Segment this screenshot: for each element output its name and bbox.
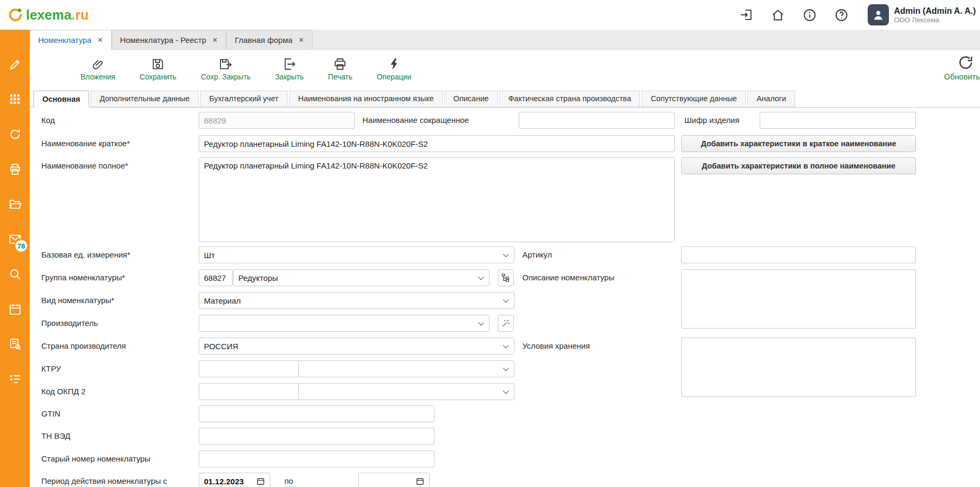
- lexema-logo: lexema.ru: [7, 7, 89, 23]
- subtab-strana-proizvodstva[interactable]: Фактическая страна производства: [500, 91, 640, 107]
- group-select[interactable]: Редукторы: [233, 269, 489, 286]
- form-toolbar: Вложения Сохранить Сохр. Закрыть: [30, 50, 980, 88]
- main-form: Код Наименование сокращенное Шифр издели…: [30, 108, 980, 487]
- period-from-value: 01.12.2023: [204, 477, 244, 486]
- save-close-button[interactable]: Сохр. Закрыть: [201, 57, 251, 81]
- chevron-down-icon: [503, 342, 509, 348]
- subtab-osnovnaya[interactable]: Основная: [33, 91, 89, 108]
- toolbar-label: Сохр. Закрыть: [201, 73, 251, 81]
- old-number-input[interactable]: [199, 450, 434, 467]
- close-icon[interactable]: ✕: [97, 36, 103, 44]
- chevron-down-icon: [478, 320, 484, 325]
- base-unit-select[interactable]: Шт: [199, 246, 514, 263]
- storage-textarea[interactable]: [681, 338, 916, 397]
- print-icon: [333, 57, 347, 71]
- toolbar-label: Вложения: [81, 73, 115, 81]
- period-from-date[interactable]: 01.12.2023: [199, 473, 270, 487]
- lightning-icon: [387, 57, 401, 71]
- article-input[interactable]: [681, 246, 916, 263]
- print-queue-icon[interactable]: [8, 162, 22, 176]
- close-icon[interactable]: ✕: [212, 36, 218, 44]
- window-exit-icon[interactable]: [738, 7, 754, 23]
- sync-icon[interactable]: [8, 127, 22, 141]
- toolbar-label: Сохранить: [140, 73, 177, 81]
- avatar: [868, 4, 889, 25]
- subtab-soputstvuyushchie[interactable]: Сопутствующие данные: [642, 91, 746, 107]
- code-label: Код: [41, 112, 55, 129]
- manufacturer-select[interactable]: [199, 315, 489, 332]
- home-icon[interactable]: [770, 7, 786, 23]
- user-menu[interactable]: Admin (Admin A. A.) ООО Лексема: [868, 4, 976, 25]
- mail-icon[interactable]: 78: [8, 232, 22, 246]
- article-label: Артикул: [522, 246, 552, 263]
- refresh-button[interactable]: Обновить: [944, 55, 980, 81]
- chevron-down-icon: [478, 274, 484, 280]
- gtin-input[interactable]: [199, 405, 434, 422]
- add-characteristics-short-button[interactable]: Добавить характеристики в краткое наимен…: [681, 135, 916, 152]
- group-code-input[interactable]: [199, 269, 233, 286]
- tab-glavnaya-forma[interactable]: Главная форма ✕: [226, 30, 313, 49]
- tree-icon: [501, 273, 511, 282]
- name-short-input[interactable]: [199, 135, 675, 152]
- print-button[interactable]: Печать: [328, 57, 352, 81]
- save-close-icon: [219, 57, 233, 71]
- ktru-select[interactable]: [298, 360, 514, 377]
- magic-wand-icon: [501, 318, 511, 328]
- mail-badge: 78: [14, 239, 28, 253]
- description-textarea[interactable]: [681, 269, 916, 329]
- calendar-icon[interactable]: [416, 477, 424, 485]
- close-icon[interactable]: ✕: [298, 36, 304, 44]
- search-icon[interactable]: [8, 267, 22, 281]
- kind-label: Вид номенклатуры*: [41, 292, 114, 309]
- info-icon[interactable]: [802, 7, 818, 23]
- toolbar-label: Закрыть: [275, 73, 304, 81]
- chevron-down-icon: [503, 297, 509, 303]
- tab-label: Номенклатура: [38, 36, 92, 45]
- period-to-date[interactable]: [358, 473, 430, 487]
- okpd2-code-input[interactable]: [199, 383, 299, 400]
- subtab-opisanie[interactable]: Описание: [444, 91, 498, 107]
- code-input: [199, 112, 355, 129]
- name-full-textarea[interactable]: [199, 157, 675, 242]
- save-button[interactable]: Сохранить: [140, 57, 177, 81]
- calendar-icon[interactable]: [256, 477, 265, 485]
- manufacturer-wizard-button[interactable]: [498, 315, 514, 332]
- lexema-logo-icon: [7, 7, 23, 23]
- tab-nomenclatura-reestr[interactable]: Номенклатура - Реестр ✕: [112, 30, 227, 49]
- cipher-input[interactable]: [760, 112, 916, 129]
- okpd2-select[interactable]: [298, 383, 514, 400]
- subtab-dopolnitelnye[interactable]: Дополнительные данные: [91, 91, 199, 107]
- short-name-label: Наименование сокращенное: [362, 112, 469, 129]
- refresh-icon: [958, 55, 980, 70]
- subtab-inostranny-yazyk[interactable]: Наименования на иностранном языке: [289, 91, 443, 107]
- attachments-button[interactable]: Вложения: [81, 57, 115, 81]
- chevron-down-icon: [503, 365, 509, 371]
- form-subtabs: Основная Дополнительные данные Бухгалтер…: [30, 88, 980, 108]
- kind-select[interactable]: Материал: [199, 292, 514, 309]
- calendar-icon[interactable]: [8, 302, 22, 316]
- group-tree-button[interactable]: [498, 269, 514, 286]
- add-characteristics-full-button[interactable]: Добавить характеристики в полное наимено…: [681, 157, 916, 174]
- report-search-icon[interactable]: [8, 337, 22, 351]
- subtab-buhuchet[interactable]: Бухгалтерский учет: [200, 91, 288, 107]
- group-label: Группа номенклатуры*: [41, 269, 125, 286]
- tnved-label: ТН ВЭД: [41, 428, 70, 445]
- country-value: РОССИЯ: [204, 342, 238, 351]
- short-name-input[interactable]: [519, 112, 675, 129]
- top-header: lexema.ru: [0, 0, 980, 30]
- operations-button[interactable]: Операции: [377, 57, 412, 81]
- folder-icon[interactable]: [8, 197, 22, 211]
- tnved-input[interactable]: [199, 428, 434, 445]
- ktru-code-input[interactable]: [199, 360, 299, 377]
- help-icon[interactable]: [834, 7, 850, 23]
- edit-icon[interactable]: [8, 57, 22, 71]
- chevron-down-icon: [503, 388, 509, 394]
- subtab-analogi[interactable]: Аналоги: [747, 91, 795, 107]
- country-select[interactable]: РОССИЯ: [199, 338, 514, 355]
- gtin-label: GTIN: [41, 405, 60, 422]
- old-number-label: Старый номер номенклатуры: [41, 450, 150, 467]
- modules-grid-icon[interactable]: [8, 92, 22, 106]
- tasks-icon[interactable]: [8, 372, 22, 386]
- close-form-button[interactable]: Закрыть: [275, 57, 304, 81]
- tab-nomenclatura[interactable]: Номенклатура ✕: [30, 30, 112, 50]
